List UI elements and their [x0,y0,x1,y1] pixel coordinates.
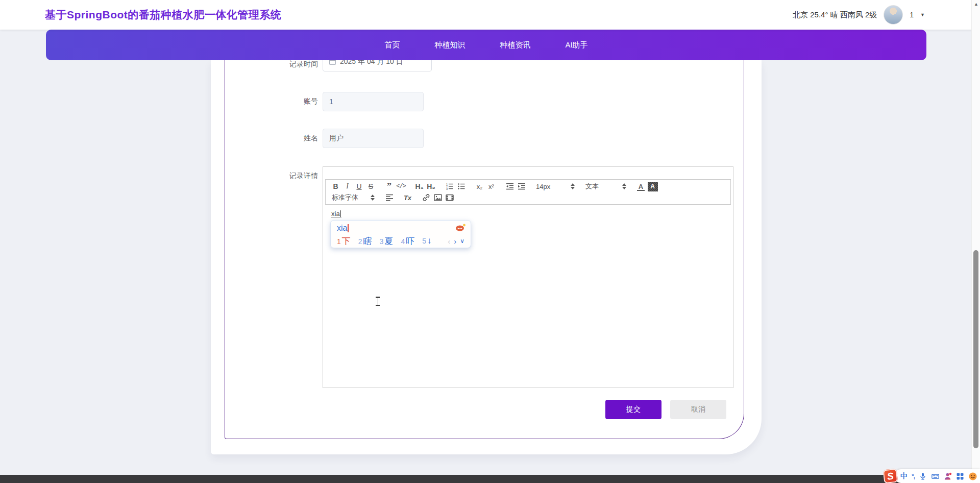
link-button[interactable] [420,192,432,203]
emoji-face-icon[interactable] [968,472,977,481]
candidate-char: 下 [342,235,351,247]
calendar-icon [329,60,336,65]
editor-toolbar: B I U S ” </> H₁ H₂ [325,179,731,205]
nav-item-ai[interactable]: AI助手 [565,40,587,50]
indent-icon [517,182,526,191]
video-button[interactable] [444,192,455,203]
vertical-scrollbar: ▲ [971,0,980,483]
align-button[interactable] [383,192,395,203]
ime-next-page-icon[interactable]: › [454,237,456,246]
candidate-num: 3 [380,237,384,246]
ime-composition-text: xia [331,210,341,218]
clean-format-button[interactable]: Tx [402,192,413,203]
color-bar-icon [637,190,645,191]
toolbox-grid-icon[interactable] [956,472,964,480]
ime-candidate-2[interactable]: 2 瞎 [358,235,372,247]
app-header: 基于SpringBoot的番茄种植水肥一体化管理系统 北京 25.4° 晴 西南… [0,0,980,30]
ime-typed-row: xia [337,223,464,233]
candidate-num: 4 [401,237,405,246]
font-size-value: 14px [536,183,550,190]
bold-button[interactable]: B [330,181,341,192]
toolbar-row-1: B I U S ” </> H₁ H₂ [330,181,726,192]
header-user-area: 北京 25.4° 晴 西南风 2级 1 ▼ [793,0,925,30]
scrollbar-thumb[interactable] [973,250,978,448]
candidate-char: 夏 [384,235,393,247]
font-size-picker[interactable]: 14px [534,181,577,192]
page-footer-bar [0,475,980,483]
ime-caret [348,224,349,232]
ime-pagination: ‹ › ∨ [448,237,464,246]
candidate-num: 2 [358,237,362,246]
weather-info: 北京 25.4° 晴 西南风 2级 [793,10,877,20]
page-title: 基于SpringBoot的番茄种植水肥一体化管理系统 [45,0,281,30]
underline-button[interactable]: U [353,181,365,192]
header2-button[interactable]: H₂ [425,181,437,192]
name-value: 用户 [329,134,344,143]
content-panel: 记录时间 2025 年 04 月 10 日 账号 1 姓名 用户 记录详情 [211,60,762,454]
text-color-button[interactable]: A [635,181,647,192]
account-value: 1 [329,98,333,106]
picker-arrows-icon [622,183,626,189]
nav-item-knowledge[interactable]: 种植知识 [434,40,465,50]
avatar[interactable] [884,5,903,25]
italic-button[interactable]: I [341,181,353,192]
ime-candidate-1[interactable]: 1 下 [337,235,351,247]
ime-candidate-4[interactable]: 4 吓 [401,235,414,247]
align-left-icon [385,193,394,202]
text-style-value: 文本 [585,182,599,191]
indent-button[interactable] [516,181,527,192]
ordered-list-icon: 123 [445,182,454,191]
nav-item-news[interactable]: 种植资讯 [500,40,530,50]
skin-person-icon[interactable] [944,472,952,480]
header1-button[interactable]: H₁ [413,181,425,192]
image-icon [433,193,443,202]
cancel-button[interactable]: 取消 [670,400,726,419]
candidate-char: 瞎 [363,235,372,247]
mouse-cursor-ibeam [375,296,380,306]
chinese-mode-icon[interactable]: 中 [900,472,908,481]
submit-button[interactable]: 提交 [605,400,662,419]
punctuation-icon[interactable]: °, [912,473,915,480]
composition-string: xia [331,210,340,218]
video-icon [445,193,454,202]
outdent-icon [505,182,514,191]
record-form-card: 记录时间 2025 年 04 月 10 日 账号 1 姓名 用户 记录详情 [225,60,744,439]
rich-text-editor[interactable]: B I U S ” </> H₁ H₂ [323,166,733,388]
background-color-button[interactable]: A [647,181,658,192]
user-dropdown-icon[interactable]: ▼ [920,12,925,17]
microphone-icon[interactable] [919,472,927,480]
subscript-button[interactable]: x₂ [474,181,485,192]
ime-prev-page-icon[interactable]: ‹ [448,237,450,246]
text-caret [340,210,341,217]
username-label[interactable]: 1 [910,11,914,19]
record-time-label: 记录时间 [236,60,318,69]
bullet-list-icon [457,182,466,191]
ime-expand-icon[interactable]: ∨ [460,237,464,245]
ime-candidate-5[interactable]: 5 ↓ [422,236,431,246]
superscript-button[interactable]: x² [485,181,497,192]
virtual-keyboard-icon[interactable] [931,472,940,480]
ordered-list-button[interactable]: 123 [444,181,455,192]
ime-candidate-3[interactable]: 3 夏 [380,235,394,247]
blockquote-button[interactable]: ” [383,181,395,192]
text-style-picker[interactable]: 文本 [583,181,628,192]
name-input: 用户 [323,129,424,148]
ime-emoji-icon[interactable] [455,223,466,234]
outdent-button[interactable] [504,181,516,192]
account-label: 账号 [236,96,318,106]
record-time-input[interactable]: 2025 年 04 月 10 日 [323,60,432,71]
strike-button[interactable]: S [365,181,377,192]
name-label: 姓名 [236,133,318,143]
code-button[interactable]: </> [395,181,407,192]
account-input: 1 [323,92,424,111]
image-button[interactable] [432,192,444,203]
nav-item-home[interactable]: 首页 [384,40,400,50]
scrollbar-up-arrow[interactable]: ▲ [972,2,980,7]
candidate-num: 5 [422,237,426,245]
sogou-logo-icon[interactable]: S [883,469,898,483]
ime-taskbar: 中 °, [894,469,980,483]
svg-text:3: 3 [446,187,448,190]
candidate-num: 1 [337,237,341,246]
bullet-list-button[interactable] [455,181,467,192]
font-family-picker[interactable]: 标准字体 [330,192,377,203]
